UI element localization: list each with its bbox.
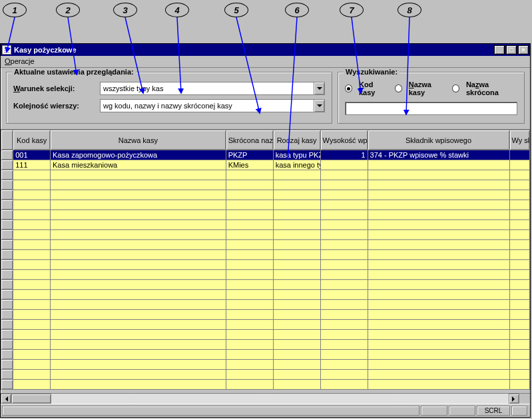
table-row[interactable] [1, 190, 530, 200]
cell[interactable] [320, 260, 368, 270]
table-row[interactable] [1, 290, 530, 300]
scroll-right-button[interactable] [509, 394, 519, 404]
row-header[interactable] [1, 150, 13, 160]
col-wysokosc[interactable]: Wysokość wpisowego [320, 130, 368, 150]
table-row[interactable] [1, 240, 530, 250]
cell[interactable] [509, 170, 530, 180]
cell[interactable] [509, 360, 530, 370]
cell[interactable] [13, 260, 51, 270]
cell[interactable] [226, 190, 273, 200]
row-header[interactable] [1, 220, 13, 230]
cell[interactable] [226, 380, 273, 390]
cell[interactable] [51, 270, 226, 280]
cell[interactable] [51, 280, 226, 290]
cell[interactable] [273, 280, 320, 290]
cell[interactable] [13, 180, 51, 190]
table-row[interactable] [1, 300, 530, 310]
cell[interactable] [368, 350, 509, 360]
cell[interactable] [320, 340, 368, 350]
cell[interactable] [368, 380, 509, 390]
cell[interactable] [368, 330, 509, 340]
cell[interactable] [226, 370, 273, 380]
cell[interactable] [51, 260, 226, 270]
cell[interactable] [368, 160, 509, 170]
row-header[interactable] [1, 310, 13, 320]
table-row[interactable] [1, 350, 530, 360]
cell[interactable] [13, 310, 51, 320]
minimize-button[interactable]: _ [494, 45, 505, 55]
table-row[interactable] [1, 360, 530, 370]
cell[interactable] [320, 310, 368, 320]
cell[interactable] [320, 200, 368, 210]
cell[interactable] [273, 370, 320, 380]
table-row[interactable] [1, 180, 530, 190]
cell[interactable] [273, 350, 320, 360]
col-skrot[interactable]: Skrócona nazwa kasy [226, 130, 273, 150]
cell[interactable] [320, 300, 368, 310]
cell[interactable] [320, 170, 368, 180]
cell[interactable] [13, 350, 51, 360]
cell[interactable] [13, 290, 51, 300]
cell[interactable] [509, 180, 530, 190]
table-row[interactable] [1, 260, 530, 270]
cell[interactable] [226, 310, 273, 320]
col-kod[interactable]: Kod kasy [13, 130, 51, 150]
table-row[interactable] [1, 210, 530, 220]
cell[interactable] [13, 230, 51, 240]
cell[interactable] [509, 230, 530, 240]
table-row[interactable]: 001Kasa zapomogowo-pożyczkowaPKZPkasa ty… [1, 150, 530, 160]
cell[interactable] [273, 240, 320, 250]
selection-combo[interactable] [100, 82, 325, 95]
cell[interactable] [13, 210, 51, 220]
cell[interactable] [368, 170, 509, 180]
cell[interactable] [509, 330, 530, 340]
cell[interactable] [368, 220, 509, 230]
cell[interactable] [51, 380, 226, 390]
cell[interactable] [226, 330, 273, 340]
table-row[interactable] [1, 250, 530, 260]
cell[interactable] [13, 360, 51, 370]
table-row[interactable] [1, 330, 530, 340]
cell[interactable] [320, 180, 368, 190]
row-header[interactable] [1, 290, 13, 300]
cell[interactable] [13, 170, 51, 180]
cell[interactable] [509, 290, 530, 300]
cell[interactable] [509, 370, 530, 380]
cell[interactable]: kasa innego ty [273, 160, 320, 170]
cell[interactable] [368, 340, 509, 350]
table-row[interactable]: 111Kasa mieszkaniowaKMieskasa innego ty [1, 160, 530, 170]
cell[interactable] [226, 250, 273, 260]
cell[interactable] [51, 170, 226, 180]
table-row[interactable] [1, 200, 530, 210]
cell[interactable] [368, 290, 509, 300]
cell[interactable] [320, 220, 368, 230]
cell[interactable] [13, 190, 51, 200]
scroll-thumb[interactable] [11, 394, 51, 404]
horizontal-scrollbar[interactable] [1, 393, 530, 404]
search-input[interactable] [345, 102, 517, 115]
col-nazwa[interactable]: Nazwa kasy [51, 130, 226, 150]
cell[interactable] [51, 360, 226, 370]
row-header[interactable] [1, 190, 13, 200]
cell[interactable] [320, 370, 368, 380]
cell[interactable] [320, 270, 368, 280]
cell[interactable] [273, 340, 320, 350]
cell[interactable] [226, 200, 273, 210]
cell[interactable] [226, 300, 273, 310]
cell[interactable] [320, 330, 368, 340]
cell[interactable] [13, 220, 51, 230]
cell[interactable] [320, 360, 368, 370]
col-wy[interactable]: Wy sk [509, 130, 530, 150]
cell[interactable] [51, 290, 226, 300]
cell[interactable] [509, 280, 530, 290]
cell[interactable] [320, 230, 368, 240]
close-button[interactable]: × [518, 45, 529, 55]
cell[interactable] [273, 190, 320, 200]
maximize-button[interactable]: □ [506, 45, 517, 55]
order-combo-text[interactable] [101, 100, 314, 112]
row-header[interactable] [1, 170, 13, 180]
row-header[interactable] [1, 270, 13, 280]
cell[interactable] [368, 320, 509, 330]
cell[interactable]: Kasa zapomogowo-pożyczkowa [51, 150, 226, 160]
cell[interactable] [368, 270, 509, 280]
